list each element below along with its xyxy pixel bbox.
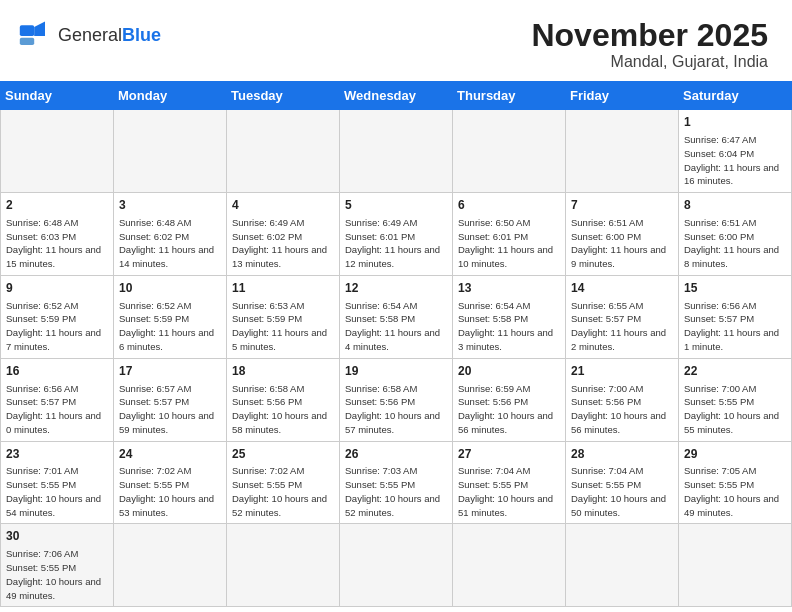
svg-marker-1 [34, 22, 45, 36]
day-info: Sunrise: 7:02 AM Sunset: 5:55 PM Dayligh… [232, 464, 334, 519]
calendar-day: 10Sunrise: 6:52 AM Sunset: 5:59 PM Dayli… [114, 275, 227, 358]
calendar-day: 16Sunrise: 6:56 AM Sunset: 5:57 PM Dayli… [1, 358, 114, 441]
day-info: Sunrise: 6:54 AM Sunset: 5:58 PM Dayligh… [345, 299, 447, 354]
day-info: Sunrise: 6:56 AM Sunset: 5:57 PM Dayligh… [684, 299, 786, 354]
day-info: Sunrise: 6:51 AM Sunset: 6:00 PM Dayligh… [684, 216, 786, 271]
header-thursday: Thursday [453, 82, 566, 110]
location-subtitle: Mandal, Gujarat, India [531, 53, 768, 71]
day-number: 14 [571, 280, 673, 297]
day-number: 15 [684, 280, 786, 297]
day-number: 26 [345, 446, 447, 463]
calendar-day: 14Sunrise: 6:55 AM Sunset: 5:57 PM Dayli… [566, 275, 679, 358]
day-info: Sunrise: 6:57 AM Sunset: 5:57 PM Dayligh… [119, 382, 221, 437]
calendar-day [340, 110, 453, 193]
header-sunday: Sunday [1, 82, 114, 110]
day-info: Sunrise: 7:04 AM Sunset: 5:55 PM Dayligh… [458, 464, 560, 519]
calendar-day: 20Sunrise: 6:59 AM Sunset: 5:56 PM Dayli… [453, 358, 566, 441]
calendar-day: 25Sunrise: 7:02 AM Sunset: 5:55 PM Dayli… [227, 441, 340, 524]
logo-blue: Blue [122, 25, 161, 45]
day-info: Sunrise: 7:05 AM Sunset: 5:55 PM Dayligh… [684, 464, 786, 519]
calendar-day: 13Sunrise: 6:54 AM Sunset: 5:58 PM Dayli… [453, 275, 566, 358]
day-number: 25 [232, 446, 334, 463]
calendar-day: 28Sunrise: 7:04 AM Sunset: 5:55 PM Dayli… [566, 441, 679, 524]
calendar-day [114, 110, 227, 193]
day-info: Sunrise: 6:47 AM Sunset: 6:04 PM Dayligh… [684, 133, 786, 188]
day-number: 6 [458, 197, 560, 214]
logo-text: GeneralBlue [58, 26, 161, 46]
day-number: 16 [6, 363, 108, 380]
day-number: 1 [684, 114, 786, 131]
day-number: 2 [6, 197, 108, 214]
day-number: 13 [458, 280, 560, 297]
calendar-day: 7Sunrise: 6:51 AM Sunset: 6:00 PM Daylig… [566, 193, 679, 276]
calendar-day: 12Sunrise: 6:54 AM Sunset: 5:58 PM Dayli… [340, 275, 453, 358]
day-number: 12 [345, 280, 447, 297]
calendar-day: 3Sunrise: 6:48 AM Sunset: 6:02 PM Daylig… [114, 193, 227, 276]
day-info: Sunrise: 6:55 AM Sunset: 5:57 PM Dayligh… [571, 299, 673, 354]
calendar-day: 4Sunrise: 6:49 AM Sunset: 6:02 PM Daylig… [227, 193, 340, 276]
title-section: November 2025 Mandal, Gujarat, India [531, 18, 768, 71]
day-number: 28 [571, 446, 673, 463]
calendar-day: 27Sunrise: 7:04 AM Sunset: 5:55 PM Dayli… [453, 441, 566, 524]
calendar-day: 22Sunrise: 7:00 AM Sunset: 5:55 PM Dayli… [679, 358, 792, 441]
day-info: Sunrise: 6:54 AM Sunset: 5:58 PM Dayligh… [458, 299, 560, 354]
day-number: 22 [684, 363, 786, 380]
calendar-day: 24Sunrise: 7:02 AM Sunset: 5:55 PM Dayli… [114, 441, 227, 524]
day-info: Sunrise: 6:48 AM Sunset: 6:02 PM Dayligh… [119, 216, 221, 271]
calendar-day-empty [340, 524, 453, 607]
header-monday: Monday [114, 82, 227, 110]
day-number: 18 [232, 363, 334, 380]
day-info: Sunrise: 6:48 AM Sunset: 6:03 PM Dayligh… [6, 216, 108, 271]
calendar-row-1: 2Sunrise: 6:48 AM Sunset: 6:03 PM Daylig… [1, 193, 792, 276]
day-number: 19 [345, 363, 447, 380]
calendar-day-empty [566, 524, 679, 607]
day-number: 21 [571, 363, 673, 380]
day-info: Sunrise: 6:58 AM Sunset: 5:56 PM Dayligh… [232, 382, 334, 437]
calendar-day-empty [114, 524, 227, 607]
day-info: Sunrise: 7:06 AM Sunset: 5:55 PM Dayligh… [6, 547, 108, 602]
logo-general: General [58, 25, 122, 45]
day-number: 4 [232, 197, 334, 214]
calendar-day-empty [679, 524, 792, 607]
header-tuesday: Tuesday [227, 82, 340, 110]
day-info: Sunrise: 6:59 AM Sunset: 5:56 PM Dayligh… [458, 382, 560, 437]
calendar-day: 1Sunrise: 6:47 AM Sunset: 6:04 PM Daylig… [679, 110, 792, 193]
day-number: 27 [458, 446, 560, 463]
day-number: 11 [232, 280, 334, 297]
calendar-row-2: 9Sunrise: 6:52 AM Sunset: 5:59 PM Daylig… [1, 275, 792, 358]
calendar-row-3: 16Sunrise: 6:56 AM Sunset: 5:57 PM Dayli… [1, 358, 792, 441]
day-info: Sunrise: 7:04 AM Sunset: 5:55 PM Dayligh… [571, 464, 673, 519]
calendar-day: 8Sunrise: 6:51 AM Sunset: 6:00 PM Daylig… [679, 193, 792, 276]
day-number: 30 [6, 528, 108, 545]
day-number: 23 [6, 446, 108, 463]
calendar-day: 26Sunrise: 7:03 AM Sunset: 5:55 PM Dayli… [340, 441, 453, 524]
calendar-day: 2Sunrise: 6:48 AM Sunset: 6:03 PM Daylig… [1, 193, 114, 276]
calendar-day: 19Sunrise: 6:58 AM Sunset: 5:56 PM Dayli… [340, 358, 453, 441]
day-info: Sunrise: 7:02 AM Sunset: 5:55 PM Dayligh… [119, 464, 221, 519]
header-friday: Friday [566, 82, 679, 110]
calendar-day [566, 110, 679, 193]
calendar-day [227, 110, 340, 193]
day-info: Sunrise: 6:53 AM Sunset: 5:59 PM Dayligh… [232, 299, 334, 354]
day-info: Sunrise: 7:00 AM Sunset: 5:56 PM Dayligh… [571, 382, 673, 437]
day-number: 8 [684, 197, 786, 214]
calendar-day: 11Sunrise: 6:53 AM Sunset: 5:59 PM Dayli… [227, 275, 340, 358]
calendar-day: 6Sunrise: 6:50 AM Sunset: 6:01 PM Daylig… [453, 193, 566, 276]
calendar-day [1, 110, 114, 193]
month-title: November 2025 [531, 18, 768, 53]
day-number: 5 [345, 197, 447, 214]
day-number: 7 [571, 197, 673, 214]
page-header: GeneralBlue November 2025 Mandal, Gujara… [0, 0, 792, 81]
header-saturday: Saturday [679, 82, 792, 110]
calendar-day: 29Sunrise: 7:05 AM Sunset: 5:55 PM Dayli… [679, 441, 792, 524]
day-info: Sunrise: 6:51 AM Sunset: 6:00 PM Dayligh… [571, 216, 673, 271]
calendar-day: 9Sunrise: 6:52 AM Sunset: 5:59 PM Daylig… [1, 275, 114, 358]
calendar-row-0: 1Sunrise: 6:47 AM Sunset: 6:04 PM Daylig… [1, 110, 792, 193]
day-info: Sunrise: 6:58 AM Sunset: 5:56 PM Dayligh… [345, 382, 447, 437]
day-number: 29 [684, 446, 786, 463]
day-info: Sunrise: 6:49 AM Sunset: 6:02 PM Dayligh… [232, 216, 334, 271]
day-number: 24 [119, 446, 221, 463]
day-number: 20 [458, 363, 560, 380]
calendar-day: 21Sunrise: 7:00 AM Sunset: 5:56 PM Dayli… [566, 358, 679, 441]
calendar-day [453, 110, 566, 193]
